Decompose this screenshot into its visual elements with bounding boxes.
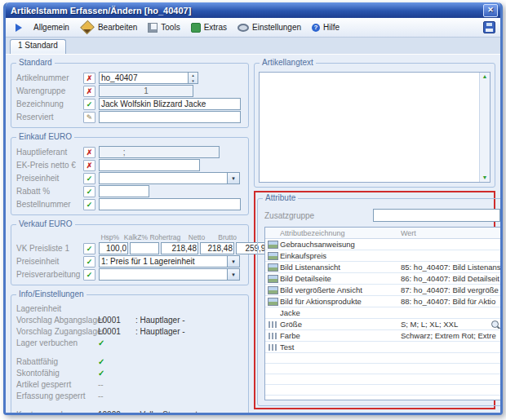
table-row[interactable]: Bild Detailseite 86: ho_40407: Bild Deta…: [265, 273, 500, 285]
dash-icon: --: [98, 380, 135, 389]
info-row: Lager verbuchen ✓: [16, 337, 243, 348]
info-value: 10000: [98, 410, 135, 413]
preisverarbeitung-field: ▾: [99, 268, 240, 281]
check-icon: ✓: [98, 369, 135, 378]
table-row[interactable]: Jacke: [265, 307, 500, 319]
zusatzgruppe-field: ▾: [373, 209, 500, 222]
netto-input[interactable]: [200, 242, 234, 254]
verkauf-column-headers: Hsp% KalkZ% Rohertrag Netto Brutto: [97, 232, 243, 241]
table-row[interactable]: Farbe Schwarz; Extrem Rot; Extre: [265, 330, 500, 342]
menu-hilfe[interactable]: ? Hilfe: [307, 21, 344, 33]
red-highlight-annotation: Attribute Zusatzgruppe ▾ Attributbeze: [254, 191, 495, 409]
menu-allgemein[interactable]: Allgemein: [11, 21, 74, 33]
field-label: Hauptlieferant: [16, 148, 83, 157]
right-column: Artikellangtext ▲ ▼ Attribute Zusatzgrup…: [254, 60, 495, 409]
empty-row: [265, 353, 500, 364]
attribute-name: Größe: [280, 320, 401, 329]
attribute-wert: 87: ho_40407: Bild vergröße: [401, 285, 500, 294]
gear-icon: [237, 24, 249, 32]
attribute-wert: 86: ho_40407: Bild Detailseit: [401, 274, 500, 283]
attribute-wert: Schwarz; Extrem Rot; Extre: [401, 331, 500, 340]
column-header: Rohertrag: [149, 233, 181, 241]
group-title: Attribute: [263, 193, 298, 202]
preiseinheit-vk-input[interactable]: [99, 255, 228, 267]
field-row-reserviert: Reserviert ✎: [16, 111, 243, 123]
table-row[interactable]: Größe S; M; L; XL; XXL: [265, 319, 500, 330]
tab-standard[interactable]: 1 Standard: [10, 39, 66, 54]
rabatt-input[interactable]: [99, 185, 149, 197]
info-label: Rabattfähig: [16, 357, 98, 366]
artikelnummer-input[interactable]: [99, 72, 189, 84]
warengruppe-input[interactable]: [99, 85, 193, 97]
langtext-body[interactable]: [260, 73, 479, 182]
table-row[interactable]: Gebrauchsanweisung: [265, 239, 500, 250]
attribute-wert: 88: ho_40407: Bild für Aktio: [401, 297, 500, 306]
scrollbar[interactable]: ▲ ▼: [479, 73, 490, 182]
bezeichnung-input[interactable]: [99, 98, 241, 110]
ekpreis-input[interactable]: [99, 159, 200, 171]
menu-tools[interactable]: Tools: [143, 21, 184, 34]
kalkz-input[interactable]: [130, 242, 159, 254]
scroll-up-icon[interactable]: ▲: [482, 73, 488, 80]
attribute-table: Attributbezeichnung Wert Gebrauchsanweis…: [264, 227, 500, 400]
spin-down-icon[interactable]: ▾: [189, 78, 198, 84]
menu-einstellungen[interactable]: Einstellungen: [233, 21, 306, 33]
field-label: Preiseinheit: [16, 174, 83, 183]
field-label: EK-Preis netto €: [16, 161, 83, 170]
info-row: Rabattfähig ✓: [16, 356, 243, 367]
attribute-wert: 85: ho_40407: Bild Listenans: [401, 263, 500, 272]
spinner-control[interactable]: ▴▾: [189, 72, 198, 84]
preiseinheit-ek-input[interactable]: [99, 172, 228, 184]
attribute-table-header: Attributbezeichnung Wert: [265, 228, 500, 239]
field-label: Preiseinheit: [16, 257, 83, 266]
table-row[interactable]: Bild für Aktionsprodukte 88: ho_40407: B…: [265, 296, 500, 307]
preiseinheit-vk-field: ▾: [99, 255, 240, 267]
field-label: Artikelnummer: [16, 73, 83, 82]
preisverarbeitung-input[interactable]: [99, 268, 228, 281]
table-row[interactable]: Einkaufspreis: [265, 250, 500, 262]
langtext-textarea[interactable]: ▲ ▼: [259, 72, 490, 183]
menu-extras[interactable]: Extras: [186, 21, 232, 34]
table-row[interactable]: Bild vergrößerte Ansicht 87: ho_40407: B…: [265, 285, 500, 296]
zusatzgruppe-input[interactable]: [373, 209, 500, 222]
info-value2: : Hauptlager -: [135, 316, 185, 325]
table-row[interactable]: Bild Listenansicht 85: ho_40407: Bild Li…: [265, 262, 500, 273]
x-icon: ✗: [83, 147, 95, 158]
field-row-artikelnummer: Artikelnummer ✗ ▴▾: [16, 72, 243, 84]
spin-up-icon[interactable]: ▴: [189, 73, 198, 78]
hsp-input[interactable]: [99, 242, 128, 254]
info-row: Vorschlag Abgangslager L0001 : Hauptlage…: [16, 314, 243, 325]
group-standard: Standard Artikelnummer ✗ ▴▾ Warengruppe …: [11, 63, 249, 128]
table-row[interactable]: Test: [265, 342, 500, 353]
window-title: Artikelstamm Erfassen/Ändern [ho_40407]: [11, 6, 483, 15]
column-header: Brutto: [211, 233, 243, 241]
save-icon[interactable]: [483, 21, 495, 33]
rohertrag-input[interactable]: [161, 242, 198, 254]
info-value: L0001: [98, 327, 135, 336]
group-verkauf: Verkauf EURO Hsp% KalkZ% Rohertrag Netto…: [11, 224, 249, 285]
field-label: Warengruppe: [16, 86, 83, 95]
chevron-down-icon[interactable]: ▾: [228, 268, 240, 281]
bestellnummer-input[interactable]: [99, 198, 241, 210]
hauptlieferant-input[interactable]: [99, 146, 220, 158]
info-value: L0001: [98, 316, 135, 325]
menu-bearbeiten[interactable]: Bearbeiten: [75, 20, 142, 34]
scroll-down-icon[interactable]: ▼: [482, 175, 488, 181]
reserviert-input[interactable]: [99, 111, 241, 123]
check-icon: ✓: [83, 186, 95, 197]
attribute-name: Jacke: [280, 308, 401, 317]
field-row-vk-preisliste: VK Preisliste 1 ✓: [16, 242, 243, 254]
x-icon: ✗: [83, 73, 95, 84]
field-row-bezeichnung: Bezeichnung ✓: [16, 98, 243, 110]
attribute-name: Bild vergrößerte Ansicht: [280, 285, 401, 294]
title-bar[interactable]: Artikelstamm Erfassen/Ändern [ho_40407] …: [6, 2, 500, 18]
chevron-down-icon[interactable]: ▾: [228, 255, 240, 267]
empty-row: [265, 396, 500, 400]
image-icon: [268, 252, 278, 260]
magnifier-icon[interactable]: [491, 321, 499, 328]
chevron-down-icon[interactable]: ▾: [228, 172, 240, 184]
close-button[interactable]: ✕: [483, 4, 498, 17]
price-fields: [99, 242, 272, 254]
column-header-wert: Wert: [401, 229, 500, 237]
attribute-name: Test: [280, 343, 401, 351]
